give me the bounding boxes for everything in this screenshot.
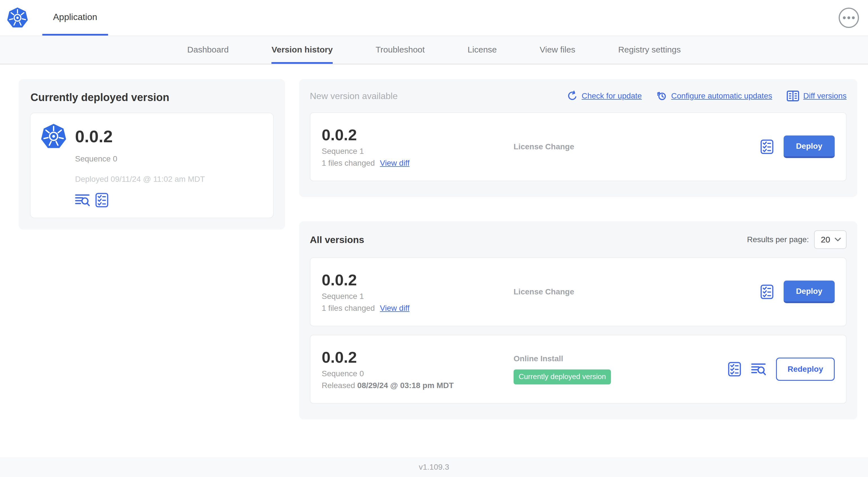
chevron-down-icon	[835, 238, 841, 242]
kots-admin-page: Application Dashboard Version history Tr…	[0, 0, 868, 477]
version-config-button[interactable]	[761, 140, 773, 154]
row-version-label: 0.0.2	[322, 271, 514, 289]
right-column: New version available Check for update	[299, 79, 857, 419]
results-per-page-select[interactable]: 20	[814, 230, 846, 249]
kubernetes-logo-icon	[7, 7, 28, 29]
view-logs-button[interactable]	[75, 194, 90, 206]
currently-deployed-badge: Currently deployed version	[514, 369, 611, 384]
currently-deployed-title: Currently deployed version	[30, 91, 274, 103]
checklist-icon	[761, 140, 773, 154]
new-version-row: 0.0.2 Sequence 1 1 files changed View di…	[310, 112, 846, 181]
app-header: Application	[0, 0, 868, 36]
page-footer: v1.109.3	[0, 457, 868, 477]
check-for-update-link[interactable]: Check for update	[567, 91, 642, 101]
row-version-label: 0.0.2	[322, 348, 514, 366]
view-logs-button[interactable]	[751, 363, 766, 376]
checklist-icon	[95, 193, 108, 207]
tab-dashboard[interactable]: Dashboard	[187, 36, 229, 64]
deploy-button[interactable]: Deploy	[784, 136, 835, 158]
main-content: Currently deployed version 0.0.2 Sequenc…	[0, 64, 868, 457]
currently-deployed-version-card: 0.0.2 Sequence 0 Deployed 09/11/24 @ 11:…	[30, 113, 274, 218]
row-sequence-label: Sequence 0	[322, 369, 514, 378]
tab-version-history[interactable]: Version history	[272, 36, 333, 64]
tab-registry-settings[interactable]: Registry settings	[618, 36, 681, 64]
row-source-label: License Change	[514, 142, 761, 151]
deploy-button[interactable]: Deploy	[784, 280, 835, 303]
app-tab-application[interactable]: Application	[42, 0, 108, 35]
version-config-button[interactable]	[95, 193, 108, 207]
all-versions-panel: All versions Results per page: 20 0.0.2 …	[299, 221, 857, 419]
row-source-label: Online Install	[514, 354, 728, 363]
results-per-page-label: Results per page:	[747, 235, 809, 244]
kubernetes-logo-icon	[7, 7, 28, 29]
current-deployed-timestamp: Deployed 09/11/24 @ 11:02 am MDT	[75, 175, 263, 184]
current-version-label: 0.0.2	[75, 127, 113, 146]
ellipsis-icon	[843, 17, 855, 19]
logs-icon	[751, 363, 766, 376]
tab-view-files[interactable]: View files	[540, 36, 576, 64]
all-versions-title: All versions	[310, 234, 364, 245]
current-sequence-label: Sequence 0	[75, 154, 263, 163]
row-released-timestamp: Released 08/29/24 @ 03:18 pm MDT	[322, 381, 514, 390]
section-nav: Dashboard Version history Troubleshoot L…	[0, 36, 868, 64]
new-version-panel: New version available Check for update	[299, 79, 857, 197]
view-diff-link[interactable]: View diff	[380, 159, 409, 168]
refresh-icon	[567, 91, 578, 101]
row-source-label: License Change	[514, 287, 761, 296]
files-changed-label: 1 files changed	[322, 159, 375, 168]
app-icon-kubernetes	[41, 123, 67, 149]
app-title: Application	[53, 12, 97, 22]
logs-icon	[75, 194, 90, 206]
row-sequence-label: Sequence 1	[322, 292, 514, 301]
checklist-icon	[761, 285, 773, 299]
version-config-button[interactable]	[761, 285, 773, 299]
console-version-label: v1.109.3	[419, 463, 449, 472]
tab-license[interactable]: License	[468, 36, 497, 64]
redeploy-button[interactable]: Redeploy	[776, 358, 835, 381]
diff-versions-link[interactable]: Diff versions	[787, 91, 846, 101]
version-row: 0.0.2 Sequence 0 Released 08/29/24 @ 03:…	[310, 335, 846, 404]
row-version-label: 0.0.2	[322, 126, 514, 144]
currently-deployed-card: Currently deployed version 0.0.2 Sequenc…	[19, 79, 285, 230]
kubernetes-logo-icon	[41, 123, 67, 149]
diff-icon	[787, 91, 799, 101]
files-changed-label: 1 files changed	[322, 304, 375, 313]
version-config-button[interactable]	[728, 362, 741, 377]
version-row: 0.0.2 Sequence 1 1 files changed View di…	[310, 258, 846, 326]
configure-automatic-updates-link[interactable]: Configure automatic updates	[656, 91, 772, 101]
row-sequence-label: Sequence 1	[322, 147, 514, 156]
schedule-icon	[656, 91, 667, 101]
tab-troubleshoot[interactable]: Troubleshoot	[376, 36, 425, 64]
overflow-menu-button[interactable]	[839, 8, 859, 28]
new-version-title: New version available	[310, 91, 398, 101]
view-diff-link[interactable]: View diff	[380, 304, 409, 313]
checklist-icon	[728, 362, 741, 377]
